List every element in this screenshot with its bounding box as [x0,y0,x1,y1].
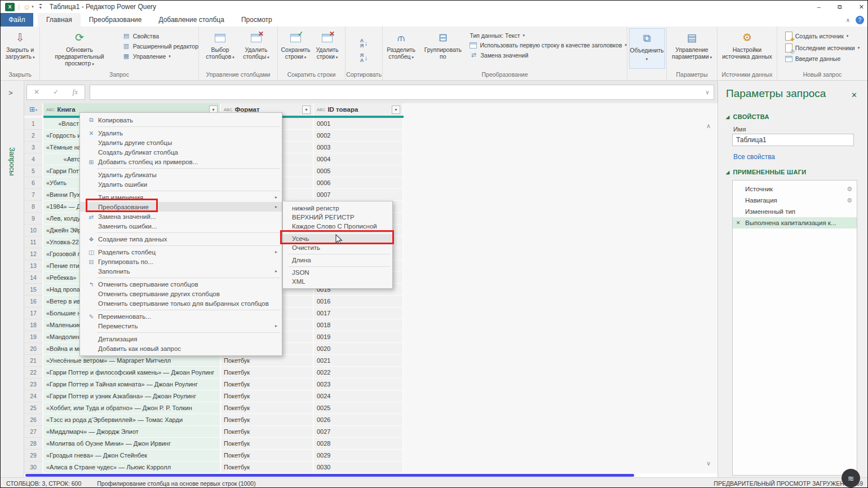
status-profiling[interactable]: Профилирование столбца на основе первых … [97,480,255,487]
context-menu-item[interactable]: Отменить свертывание только для выбранны… [80,298,282,308]
cell-book[interactable]: «Гроздья гнева» — Джон Стейнбек [43,450,221,461]
cell-id[interactable]: 0002 [314,130,404,142]
restore-button[interactable]: ⧉ [838,3,842,11]
horizontal-scrollbar-thumb[interactable] [25,474,634,477]
select-all-button[interactable]: ⊞▾ [24,103,43,116]
split-column-button[interactable]: ⫙ Разделить столбец [383,28,419,62]
context-menu-item[interactable]: ⊟ Группировать по... [80,257,282,266]
row-number[interactable]: 21 [24,355,43,367]
cell-id[interactable]: 0006 [314,177,404,189]
manage-button[interactable]: ▦ Управление [122,52,198,60]
row-number[interactable]: 26 [24,414,43,426]
cell-id[interactable]: 0025 [314,402,404,414]
context-menu-item[interactable]: ❖ Создание типа данных [80,234,282,244]
cell-book[interactable]: «Гарри Поттер и Тайная комната» — Джоан … [43,379,221,390]
context-menu-item[interactable]: ⊞ Добавить столбец из примеров... [80,157,282,166]
row-number[interactable]: 22 [24,367,43,379]
context-menu-item[interactable]: Удалить дубликаты [80,170,282,179]
context-menu-item[interactable]: Создать дубликат столбца [80,147,282,157]
data-source-settings-button[interactable]: ⚙ Настройки источника данных [719,28,776,61]
submenu-item[interactable]: Длина [283,256,392,265]
column-header-id[interactable]: ABC ID товара ▼ [314,103,404,116]
combine-button[interactable]: ⧉ Объединить [629,28,665,69]
cell-format[interactable]: Покетбук [221,402,314,414]
cell-book[interactable]: «Тэсс из рода д’Эрбервиллей» — Томас Хар… [43,414,221,426]
formula-expand-icon[interactable]: ∨ [706,89,709,95]
row-number[interactable]: 14 [24,272,43,284]
context-menu-item[interactable]: Удалить ошибки [80,179,282,189]
ribbon-tab[interactable]: Преобразование [81,13,150,27]
context-menu-item[interactable]: Заменить ошибки... [80,221,282,231]
scroll-up-icon[interactable]: ∧ [706,122,711,130]
row-number[interactable]: 27 [24,426,43,438]
row-number[interactable]: 11 [24,236,43,248]
context-menu-item[interactable]: Добавить как новый запрос [80,344,282,353]
cell-format[interactable]: Покетбук [221,414,314,426]
cell-id[interactable]: 0004 [314,153,404,165]
remove-rows-button[interactable]: ✕ Удалить строки [312,28,343,62]
panel-close-icon[interactable]: ✕ [851,91,857,99]
cell-format[interactable]: Покетбук [221,379,314,390]
cell-id[interactable]: 0003 [314,142,404,153]
row-number[interactable]: 10 [24,225,43,236]
formula-input[interactable]: ∨ [90,85,714,100]
context-menu-item[interactable]: ↰ Отменить свертывание столбцов [80,279,282,289]
row-number[interactable]: 18 [24,319,43,331]
cell-id[interactable]: 0021 [314,355,404,367]
row-number[interactable]: 29 [24,450,43,461]
manage-parameters-button[interactable]: ▤ Управление параметрами [669,28,715,62]
cell-id[interactable]: 0001 [314,118,404,130]
cell-book[interactable]: «Алиса в Стране чудес» — Льюис Кэрролл [43,461,221,473]
ribbon-tab[interactable]: Главная [38,13,81,27]
choose-columns-button[interactable]: Выбор столбцов [202,28,238,62]
cell-id[interactable]: 0005 [314,165,404,177]
context-menu-item[interactable]: Заполнить [80,266,282,276]
cell-book[interactable]: «Гарри Поттер и философский камень» — Дж… [43,367,221,379]
cell-format[interactable]: Покетбук [221,450,314,461]
submenu-item[interactable]: JSON [283,268,392,277]
cell-book[interactable]: «Миддлмарч» — Джордж Элиот [43,426,221,438]
queries-pane-label[interactable]: Запросы [8,147,16,175]
applied-step[interactable]: Измененный тип [733,206,857,217]
context-menu-item[interactable]: ✕ Удалить [80,128,282,138]
cell-id[interactable]: 0017 [314,307,404,319]
query-name-input[interactable] [732,134,854,146]
first-row-headers-button[interactable]: Использовать первую строку в качестве за… [470,42,627,49]
row-number[interactable]: 6 [24,177,43,189]
row-number[interactable]: 13 [24,260,43,272]
cell-book[interactable]: «Молитва об Оуэне Мини» — Джон Ирвинг [43,438,221,450]
row-number[interactable]: 2 [24,130,43,142]
row-number[interactable]: 4 [24,153,43,165]
advanced-editor-button[interactable]: ▥ Расширенный редактор [122,42,198,50]
context-menu-item[interactable]: ◫ Разделить столбец [80,247,282,257]
cell-id[interactable]: 0026 [314,414,404,426]
help-icon[interactable]: ? [856,16,864,24]
row-number[interactable]: 1 [24,118,43,130]
row-number[interactable]: 16 [24,296,43,307]
cell-id[interactable]: 0022 [314,367,404,379]
sort-ascending-icon[interactable]: АЯ↓ [360,38,368,49]
close-and-load-button[interactable]: ⇩ Закрыть и загрузить [2,28,38,62]
keep-rows-button[interactable]: ✓ Сохранить строки [280,28,312,62]
row-number[interactable]: 5 [24,165,43,177]
row-number[interactable]: 20 [24,343,43,355]
context-menu-item[interactable]: Переместить [80,321,282,331]
context-menu-item[interactable]: ✎ Переименовать... [80,311,282,321]
cell-book[interactable]: «Унесённые ветром» — Маргарет Митчелл [43,355,221,367]
formula-cancel-icon[interactable]: ✕ [34,88,39,96]
context-menu-item[interactable]: Удалить другие столбцы [80,138,282,147]
tab-file[interactable]: Файл [1,13,33,27]
cell-format[interactable]: Покетбук [221,438,314,450]
row-number[interactable]: 24 [24,390,43,402]
submenu-item[interactable]: ВЕРХНИЙ РЕГИСТР [283,213,392,222]
expand-queries-icon[interactable]: > [8,89,13,97]
cell-id[interactable]: 0019 [314,331,404,343]
context-menu-item[interactable]: Тип изменения [80,192,282,202]
chevron-down-icon[interactable]: ▾ [32,5,34,9]
cell-id[interactable]: 0020 [314,343,404,355]
sort-descending-icon[interactable]: ЯА↓ [360,53,368,63]
row-number[interactable]: 15 [24,284,43,296]
cell-id[interactable]: 0028 [314,438,404,450]
ribbon-tab[interactable]: Добавление столбца [150,13,233,27]
submenu-item[interactable]: XML [283,277,392,286]
